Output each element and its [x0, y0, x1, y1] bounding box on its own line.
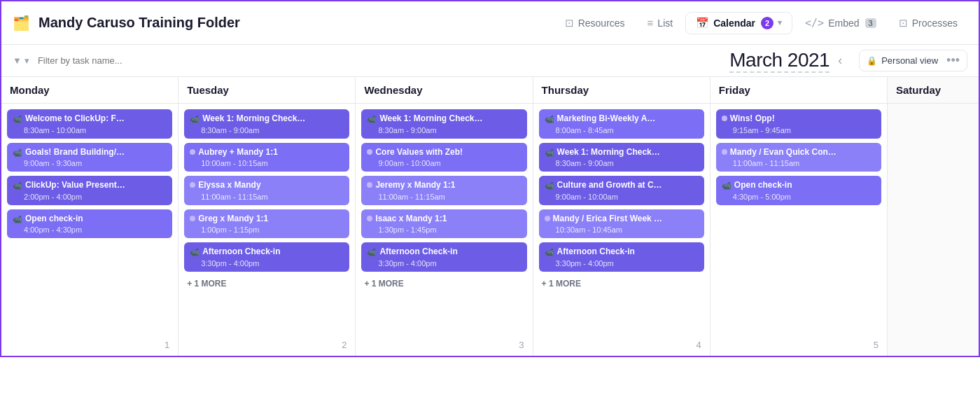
event-card[interactable]: 📹Welcome to ClickUp: F…8:30am - 10:00am [7, 109, 172, 139]
event-card[interactable]: Greg x Mandy 1:11:00pm - 1:15pm [184, 209, 349, 239]
event-card[interactable]: 📹Open check-in4:30pm - 5:00pm [716, 176, 881, 205]
event-title-text: Week 1: Morning Check… [202, 113, 305, 125]
personal-view: 🔒 Personal view ••• [859, 50, 967, 71]
more-events-link[interactable]: + 1 MORE [184, 277, 349, 290]
toolbar: ▼ ▾ March 2021 ‹ 🔒 Personal view ••• [1, 45, 979, 77]
event-title-text: Culture and Growth at C… [557, 180, 662, 191]
event-card[interactable]: 📹Marketing Bi-Weekly A…8:00am - 8:45am [539, 109, 704, 139]
more-options-button[interactable]: ••• [946, 53, 960, 68]
filter-icon: ▼ [13, 55, 22, 66]
event-title-text: Afternoon Check-in [202, 247, 280, 258]
calendar-dropdown-icon[interactable]: ▾ [778, 18, 782, 27]
folder-title: Mandy Caruso Training Folder [38, 15, 240, 31]
event-card[interactable]: Core Values with Zeb!9:00am - 10:00am [361, 143, 526, 172]
camera-icon: 📹 [545, 114, 554, 124]
event-card[interactable]: 📹Culture and Growth at C…9:00am - 10:00a… [539, 176, 704, 205]
day-col-saturday [888, 104, 979, 356]
bullet-dot-icon [367, 216, 372, 221]
tab-processes[interactable]: ⊡ Processes [889, 13, 967, 34]
filter-input[interactable] [38, 55, 704, 66]
more-events-link[interactable]: + 1 MORE [539, 277, 704, 290]
day-col-tuesday: 📹Week 1: Morning Check…8:30am - 9:00amAu… [178, 104, 356, 356]
event-time: 9:15am - 9:45am [722, 126, 876, 134]
event-title-text: Welcome to ClickUp: F… [25, 113, 125, 125]
camera-icon: 📹 [367, 247, 377, 257]
event-time: 8:30am - 9:00am [190, 126, 344, 134]
event-title-text: Mandy / Evan Quick Con… [730, 147, 836, 158]
event-title-text: Open check-in [25, 214, 83, 225]
tab-list[interactable]: ≡ List [638, 13, 683, 33]
event-time: 8:30am - 9:00am [367, 126, 521, 134]
event-card[interactable]: 📹Week 1: Morning Check…8:30am - 9:00am [184, 109, 349, 139]
day-col-wednesday: 📹Week 1: Morning Check…8:30am - 9:00amCo… [356, 104, 533, 356]
camera-icon: 📹 [190, 247, 200, 257]
event-time: 11:00am - 11:15am [367, 193, 521, 201]
event-card[interactable]: Elyssa x Mandy11:00am - 11:15am [184, 176, 349, 205]
event-card[interactable]: 📹ClickUp: Value Present…2:00pm - 4:00pm [7, 176, 172, 205]
app-header: 🗂️ Mandy Caruso Training Folder ⊡ Resour… [1, 1, 979, 45]
event-title-text: ClickUp: Value Present… [25, 180, 125, 191]
camera-icon: 📹 [545, 148, 554, 158]
event-title-text: Open check-in [734, 180, 792, 191]
camera-icon: 📹 [190, 114, 200, 124]
tab-embed[interactable]: </> Embed 3 [795, 13, 886, 34]
event-time: 9:00am - 10:00am [367, 159, 521, 167]
event-time: 2:00pm - 4:00pm [13, 193, 167, 201]
filter-button[interactable]: ▼ ▾ [13, 55, 29, 66]
tab-calendar[interactable]: 📅 Calendar 2 ▾ [685, 12, 792, 34]
tab-resources[interactable]: ⊡ Resources [555, 13, 635, 34]
resources-icon: ⊡ [565, 17, 574, 29]
event-title-text: Marketing Bi-Weekly A… [557, 113, 656, 125]
list-icon: ≡ [648, 17, 654, 29]
event-title-text: Afternoon Check-in [557, 247, 635, 258]
day-col-thursday: 📹Marketing Bi-Weekly A…8:00am - 8:45am📹W… [533, 104, 710, 356]
event-time: 3:30pm - 4:00pm [190, 259, 344, 268]
event-card[interactable]: Jeremy x Mandy 1:111:00am - 11:15am [361, 176, 526, 205]
camera-icon: 📹 [722, 181, 732, 190]
folder-icon: 🗂️ [13, 15, 30, 32]
event-title-text: Aubrey + Mandy 1:1 [198, 147, 278, 158]
event-time: 9:00am - 9:30am [13, 159, 167, 167]
day-header-saturday: Saturday [888, 77, 979, 103]
event-card[interactable]: Mandy / Erica First Week …10:30am - 10:4… [539, 209, 704, 239]
event-time: 10:00am - 10:15am [190, 159, 344, 167]
bullet-dot-icon [190, 182, 195, 188]
event-title-text: Elyssa x Mandy [198, 180, 260, 191]
event-card[interactable]: 📹Afternoon Check-in3:30pm - 4:00pm [184, 242, 349, 272]
event-card[interactable]: 📹Afternoon Check-in3:30pm - 4:00pm [539, 242, 704, 272]
event-card[interactable]: 📹Open check-in4:00pm - 4:30pm [7, 209, 172, 239]
event-card[interactable]: Aubrey + Mandy 1:110:00am - 10:15am [184, 143, 349, 172]
event-card[interactable]: Isaac x Mandy 1:11:30pm - 1:45pm [361, 209, 526, 239]
bullet-dot-icon [545, 216, 550, 221]
calendar: Monday Tuesday Wednesday Thursday Friday… [1, 77, 979, 356]
day-number: 2 [342, 340, 346, 350]
camera-icon: 📹 [367, 114, 377, 124]
event-time: 4:30pm - 5:00pm [722, 193, 876, 201]
bullet-dot-icon [722, 116, 727, 121]
event-title-text: Greg x Mandy 1:1 [198, 214, 268, 225]
calendar-grid: 📹Welcome to ClickUp: F…8:30am - 10:00am📹… [1, 104, 979, 356]
embed-badge: 3 [865, 18, 876, 28]
event-title-text: Goals! Brand Building/… [25, 147, 125, 158]
event-card[interactable]: 📹Goals! Brand Building/…9:00am - 9:30am [7, 143, 172, 172]
camera-icon: 📹 [13, 181, 22, 190]
calendar-icon: 📅 [696, 17, 709, 29]
event-card[interactable]: 📹Week 1: Morning Check…8:30am - 9:00am [539, 143, 704, 172]
event-title-text: Isaac x Mandy 1:1 [375, 214, 447, 225]
event-title-text: Afternoon Check-in [379, 247, 457, 258]
event-card[interactable]: Mandy / Evan Quick Con…11:00am - 11:15am [716, 143, 881, 172]
event-card[interactable]: 📹Afternoon Check-in3:30pm - 4:00pm [361, 242, 526, 272]
event-card[interactable]: Wins! Opp!9:15am - 9:45am [716, 109, 881, 139]
bullet-dot-icon [367, 149, 372, 155]
event-card[interactable]: 📹Week 1: Morning Check…8:30am - 9:00am [361, 109, 526, 139]
prev-month-button[interactable]: ‹ [838, 53, 842, 68]
bullet-dot-icon [190, 216, 195, 221]
event-time: 9:00am - 10:00am [545, 193, 699, 201]
event-time: 4:00pm - 4:30pm [13, 226, 167, 234]
camera-icon: 📹 [13, 214, 22, 224]
event-time: 8:30am - 10:00am [13, 126, 167, 134]
more-events-link[interactable]: + 1 MORE [361, 277, 526, 290]
event-time: 11:00am - 11:15am [190, 193, 344, 201]
day-header-friday: Friday [710, 77, 888, 103]
day-col-monday: 📹Welcome to ClickUp: F…8:30am - 10:00am📹… [1, 104, 178, 356]
